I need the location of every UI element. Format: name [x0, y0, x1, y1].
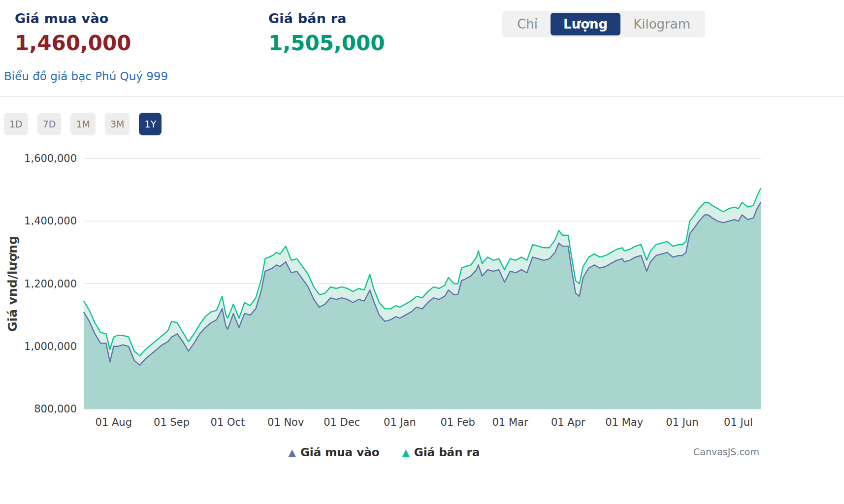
chart-container: 800,0001,000,0001,200,0001,400,0001,600,…	[0, 146, 768, 461]
buy-price-value: 1,460,000	[15, 31, 268, 55]
range-button-3m[interactable]: 3M	[105, 113, 130, 135]
svg-text:01 Jun: 01 Jun	[666, 416, 698, 428]
chart-title-link[interactable]: Biểu đồ giá bạc Phú Quý 999	[4, 70, 168, 83]
range-selector: 1D 7D 1M 3M 1Y	[4, 113, 844, 135]
range-button-1m[interactable]: 1M	[70, 113, 95, 135]
triangle-marker-sell-icon: ▲	[402, 446, 409, 458]
unit-toggle-group: Chỉ Lượng Kilogram	[502, 11, 705, 37]
triangle-marker-buy-icon: ▲	[289, 446, 296, 458]
buy-price-block: Giá mua vào 1,460,000	[15, 11, 268, 55]
legend-label-sell: Giá bán ra	[414, 446, 480, 459]
silver-price-page: Giá mua vào 1,460,000 Giá bán ra 1,505,0…	[0, 0, 844, 461]
legend-item-sell[interactable]: ▲ Giá bán ra	[402, 446, 480, 459]
svg-text:01 Aug: 01 Aug	[96, 416, 132, 428]
svg-text:01 Oct: 01 Oct	[211, 416, 245, 428]
svg-text:01 May: 01 May	[605, 416, 643, 428]
svg-text:1,200,000: 1,200,000	[24, 278, 77, 290]
price-header: Giá mua vào 1,460,000 Giá bán ra 1,505,0…	[0, 0, 844, 55]
svg-text:01 Mar: 01 Mar	[492, 416, 528, 428]
svg-text:01 Jul: 01 Jul	[724, 416, 753, 428]
chart-footer: ▲ Giá mua vào ▲ Giá bán ra CanvasJS.com	[0, 443, 768, 461]
sell-price-label: Giá bán ra	[268, 11, 385, 26]
canvasjs-watermark[interactable]: CanvasJS.com	[693, 446, 759, 457]
svg-text:01 Nov: 01 Nov	[267, 416, 304, 428]
svg-text:01 Feb: 01 Feb	[440, 416, 475, 428]
sell-price-block: Giá bán ra 1,505,000	[268, 11, 385, 55]
svg-text:Giá vnd/lượng: Giá vnd/lượng	[5, 236, 20, 332]
svg-text:1,000,000: 1,000,000	[24, 341, 77, 352]
svg-text:1,600,000: 1,600,000	[24, 153, 77, 164]
unit-tab-luong[interactable]: Lượng	[551, 13, 620, 35]
svg-text:01 Dec: 01 Dec	[324, 416, 360, 428]
unit-tab-chi[interactable]: Chỉ	[504, 13, 551, 35]
chart-legend: ▲ Giá mua vào ▲ Giá bán ra	[0, 443, 768, 461]
range-button-7d[interactable]: 7D	[37, 113, 62, 135]
unit-tab-kilogram[interactable]: Kilogram	[620, 13, 703, 35]
buy-price-label: Giá mua vào	[15, 11, 268, 26]
sell-price-value: 1,505,000	[268, 31, 385, 55]
divider	[0, 96, 844, 97]
svg-text:1,400,000: 1,400,000	[24, 215, 77, 227]
price-chart[interactable]: 800,0001,000,0001,200,0001,400,0001,600,…	[0, 146, 768, 441]
svg-text:800,000: 800,000	[34, 403, 77, 415]
range-button-1y[interactable]: 1Y	[139, 113, 162, 135]
range-button-1d[interactable]: 1D	[4, 113, 28, 135]
svg-text:01 Jan: 01 Jan	[384, 416, 416, 428]
svg-text:01 Apr: 01 Apr	[551, 416, 585, 428]
svg-text:01 Sep: 01 Sep	[154, 416, 190, 428]
legend-label-buy: Giá mua vào	[300, 446, 379, 459]
legend-item-buy[interactable]: ▲ Giá mua vào	[289, 446, 380, 459]
